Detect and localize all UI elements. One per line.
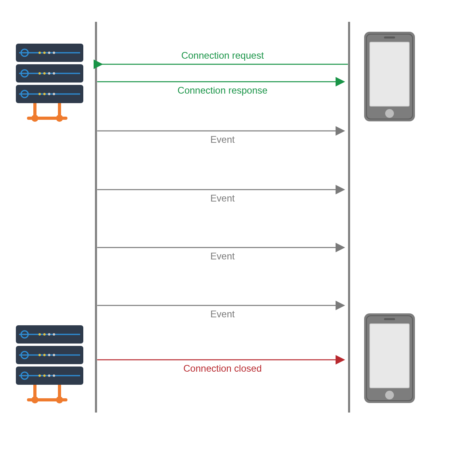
- svg-point-24: [48, 52, 50, 54]
- svg-point-55: [38, 354, 41, 356]
- svg-point-39: [53, 93, 55, 95]
- svg-point-56: [43, 354, 46, 356]
- svg-point-29: [38, 72, 41, 75]
- svg-point-30: [43, 72, 46, 75]
- svg-point-31: [48, 72, 50, 75]
- svg-point-44: [56, 396, 63, 403]
- message-label: Connection request: [181, 50, 264, 61]
- svg-point-50: [48, 333, 50, 336]
- svg-point-62: [38, 374, 41, 377]
- phone-icon-top: [364, 32, 415, 121]
- svg-point-58: [53, 354, 55, 356]
- server-icon-bottom: [16, 325, 83, 403]
- svg-rect-69: [384, 36, 395, 38]
- message-label: Connection response: [178, 85, 268, 96]
- server-unit-icon: [16, 367, 83, 385]
- message-label: Event: [210, 309, 235, 319]
- svg-point-75: [385, 391, 394, 399]
- server-unit-icon: [16, 64, 83, 83]
- server-unit-icon: [16, 346, 83, 364]
- message-4: Event: [97, 248, 344, 261]
- svg-point-57: [48, 354, 50, 356]
- svg-point-48: [38, 333, 41, 336]
- server-legs-icon: [29, 385, 66, 403]
- svg-point-63: [43, 374, 46, 377]
- svg-point-36: [38, 93, 41, 95]
- svg-point-37: [43, 93, 46, 95]
- message-1: Connection response: [97, 82, 344, 96]
- server-unit-icon: [16, 325, 83, 344]
- phone-icon-bottom: [364, 313, 415, 403]
- svg-point-38: [48, 93, 50, 95]
- server-legs-icon: [29, 103, 66, 122]
- svg-point-64: [48, 374, 50, 377]
- message-label: Event: [210, 193, 235, 203]
- server-unit-icon: [16, 85, 83, 103]
- svg-point-70: [385, 109, 394, 118]
- svg-point-25: [53, 52, 55, 54]
- message-label: Event: [210, 134, 235, 145]
- svg-point-17: [31, 115, 38, 122]
- svg-point-18: [56, 115, 63, 122]
- svg-rect-73: [370, 324, 409, 388]
- svg-point-49: [43, 333, 46, 336]
- message-label: Connection closed: [183, 363, 261, 374]
- message-3: Event: [97, 190, 344, 203]
- server-unit-icon: [16, 44, 83, 62]
- svg-point-43: [31, 396, 38, 403]
- svg-point-51: [53, 333, 55, 336]
- messages: Connection requestConnection responseEve…: [97, 50, 348, 374]
- svg-point-65: [53, 374, 55, 377]
- message-6: Connection closed: [97, 360, 344, 374]
- message-2: Event: [97, 131, 344, 145]
- message-0: Connection request: [102, 50, 348, 64]
- svg-point-22: [38, 52, 41, 54]
- server-icon-top: [16, 44, 83, 122]
- svg-rect-74: [384, 318, 395, 320]
- svg-point-23: [43, 52, 46, 54]
- message-5: Event: [97, 305, 344, 319]
- svg-point-32: [53, 72, 55, 75]
- message-label: Event: [210, 251, 235, 261]
- svg-rect-68: [370, 42, 409, 106]
- sequence-diagram: Connection requestConnection responseEve…: [0, 0, 476, 476]
